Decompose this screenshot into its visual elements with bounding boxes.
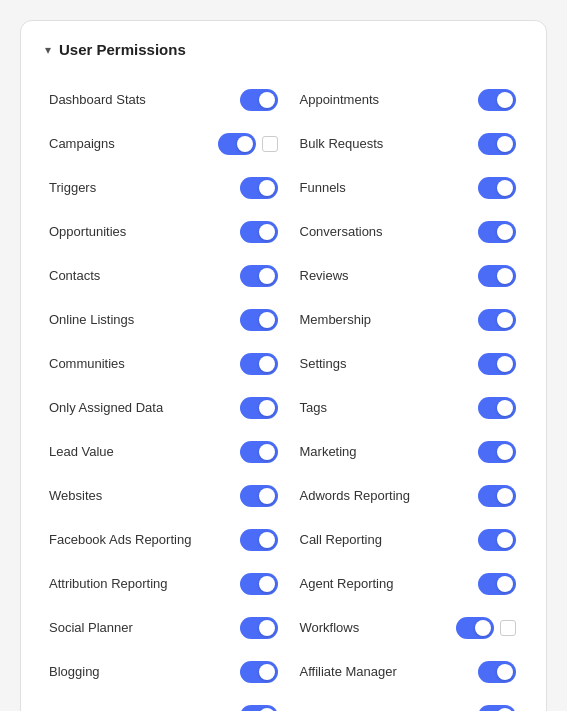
toggle-workflows[interactable] bbox=[456, 617, 494, 639]
toggle-tags[interactable] bbox=[478, 397, 516, 419]
perm-controls-reviews bbox=[478, 265, 516, 287]
perm-label-communities: Communities bbox=[49, 356, 240, 373]
toggle-lead-value[interactable] bbox=[240, 441, 278, 463]
perm-label-payments: Payments bbox=[300, 708, 479, 711]
user-permissions-card: ▾ User Permissions Dashboard Stats Appoi… bbox=[20, 20, 547, 711]
perm-controls-call-reporting bbox=[478, 529, 516, 551]
perm-controls-only-assigned-data bbox=[240, 397, 278, 419]
perm-controls-payments bbox=[478, 705, 516, 711]
perm-item-left-online-listings: Online Listings bbox=[45, 298, 284, 342]
toggle-adwords-reporting[interactable] bbox=[478, 485, 516, 507]
toggle-settings[interactable] bbox=[478, 353, 516, 375]
perm-item-right-payments: Payments bbox=[284, 694, 523, 711]
perm-label-tags: Tags bbox=[300, 400, 479, 417]
perm-item-left-triggers: Triggers bbox=[45, 166, 284, 210]
perm-item-left-lead-value: Lead Value bbox=[45, 430, 284, 474]
perm-label-lead-value: Lead Value bbox=[49, 444, 240, 461]
perm-controls-content-ai bbox=[240, 705, 278, 711]
perm-label-triggers: Triggers bbox=[49, 180, 240, 197]
toggle-social-planner[interactable] bbox=[240, 617, 278, 639]
perm-label-campaigns: Campaigns bbox=[49, 136, 218, 153]
section-title: User Permissions bbox=[59, 41, 186, 58]
perm-item-right-conversations: Conversations bbox=[284, 210, 523, 254]
toggle-triggers[interactable] bbox=[240, 177, 278, 199]
section-header[interactable]: ▾ User Permissions bbox=[45, 41, 522, 58]
perm-controls-funnels bbox=[478, 177, 516, 199]
toggle-marketing[interactable] bbox=[478, 441, 516, 463]
toggle-bulk-requests[interactable] bbox=[478, 133, 516, 155]
toggle-conversations[interactable] bbox=[478, 221, 516, 243]
perm-item-left-only-assigned-data: Only Assigned Data bbox=[45, 386, 284, 430]
perm-label-attribution-reporting: Attribution Reporting bbox=[49, 576, 240, 593]
perm-controls-agent-reporting bbox=[478, 573, 516, 595]
permissions-grid: Dashboard Stats Appointments Campaigns bbox=[45, 78, 522, 711]
perm-item-right-membership: Membership bbox=[284, 298, 523, 342]
chevron-icon: ▾ bbox=[45, 43, 51, 57]
perm-label-facebook-ads-reporting: Facebook Ads Reporting bbox=[49, 532, 240, 549]
perm-item-left-campaigns: Campaigns bbox=[45, 122, 284, 166]
perm-controls-tags bbox=[478, 397, 516, 419]
perm-label-opportunities: Opportunities bbox=[49, 224, 240, 241]
toggle-websites[interactable] bbox=[240, 485, 278, 507]
perm-controls-affiliate-manager bbox=[478, 661, 516, 683]
toggle-blogging[interactable] bbox=[240, 661, 278, 683]
perm-item-right-agent-reporting: Agent Reporting bbox=[284, 562, 523, 606]
perm-item-right-marketing: Marketing bbox=[284, 430, 523, 474]
toggle-membership[interactable] bbox=[478, 309, 516, 331]
perm-controls-communities bbox=[240, 353, 278, 375]
perm-item-left-blogging: Blogging bbox=[45, 650, 284, 694]
toggle-attribution-reporting[interactable] bbox=[240, 573, 278, 595]
toggle-only-assigned-data[interactable] bbox=[240, 397, 278, 419]
perm-item-left-opportunities: Opportunities bbox=[45, 210, 284, 254]
checkbox-workflows[interactable] bbox=[500, 620, 516, 636]
toggle-reviews[interactable] bbox=[478, 265, 516, 287]
perm-controls-opportunities bbox=[240, 221, 278, 243]
perm-controls-membership bbox=[478, 309, 516, 331]
perm-label-settings: Settings bbox=[300, 356, 479, 373]
perm-controls-social-planner bbox=[240, 617, 278, 639]
perm-item-left-social-planner: Social Planner bbox=[45, 606, 284, 650]
perm-item-left-attribution-reporting: Attribution Reporting bbox=[45, 562, 284, 606]
perm-label-contacts: Contacts bbox=[49, 268, 240, 285]
toggle-contacts[interactable] bbox=[240, 265, 278, 287]
perm-label-workflows: Workflows bbox=[300, 620, 457, 637]
perm-label-adwords-reporting: Adwords Reporting bbox=[300, 488, 479, 505]
perm-item-left-websites: Websites bbox=[45, 474, 284, 518]
toggle-communities[interactable] bbox=[240, 353, 278, 375]
checkbox-campaigns[interactable] bbox=[262, 136, 278, 152]
perm-controls-dashboard-stats bbox=[240, 89, 278, 111]
perm-controls-facebook-ads-reporting bbox=[240, 529, 278, 551]
toggle-funnels[interactable] bbox=[478, 177, 516, 199]
toggle-online-listings[interactable] bbox=[240, 309, 278, 331]
perm-controls-settings bbox=[478, 353, 516, 375]
perm-controls-contacts bbox=[240, 265, 278, 287]
toggle-payments[interactable] bbox=[478, 705, 516, 711]
perm-controls-triggers bbox=[240, 177, 278, 199]
toggle-campaigns[interactable] bbox=[218, 133, 256, 155]
perm-label-only-assigned-data: Only Assigned Data bbox=[49, 400, 240, 417]
perm-label-marketing: Marketing bbox=[300, 444, 479, 461]
toggle-content-ai[interactable] bbox=[240, 705, 278, 711]
toggle-facebook-ads-reporting[interactable] bbox=[240, 529, 278, 551]
perm-label-content-ai: Content AI bbox=[49, 708, 240, 711]
perm-controls-appointments bbox=[478, 89, 516, 111]
toggle-agent-reporting[interactable] bbox=[478, 573, 516, 595]
perm-label-blogging: Blogging bbox=[49, 664, 240, 681]
perm-controls-blogging bbox=[240, 661, 278, 683]
perm-item-left-content-ai: Content AI bbox=[45, 694, 284, 711]
perm-item-right-call-reporting: Call Reporting bbox=[284, 518, 523, 562]
toggle-dashboard-stats[interactable] bbox=[240, 89, 278, 111]
toggle-affiliate-manager[interactable] bbox=[478, 661, 516, 683]
perm-controls-attribution-reporting bbox=[240, 573, 278, 595]
perm-label-appointments: Appointments bbox=[300, 92, 479, 109]
perm-label-call-reporting: Call Reporting bbox=[300, 532, 479, 549]
toggle-call-reporting[interactable] bbox=[478, 529, 516, 551]
toggle-opportunities[interactable] bbox=[240, 221, 278, 243]
perm-label-agent-reporting: Agent Reporting bbox=[300, 576, 479, 593]
perm-item-right-workflows: Workflows bbox=[284, 606, 523, 650]
perm-item-right-bulk-requests: Bulk Requests bbox=[284, 122, 523, 166]
toggle-appointments[interactable] bbox=[478, 89, 516, 111]
perm-item-right-affiliate-manager: Affiliate Manager bbox=[284, 650, 523, 694]
perm-item-right-tags: Tags bbox=[284, 386, 523, 430]
perm-controls-marketing bbox=[478, 441, 516, 463]
